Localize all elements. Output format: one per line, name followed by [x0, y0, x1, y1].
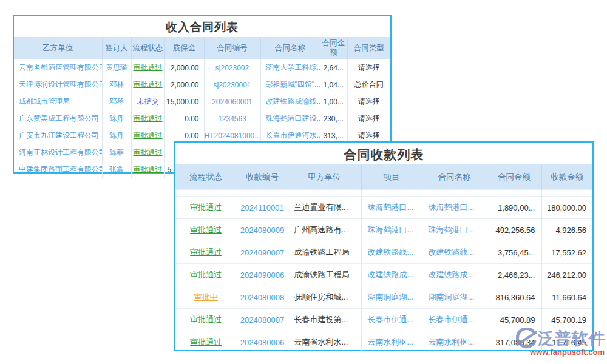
- cell-contract-name[interactable]: 珠海鹤港口...: [429, 203, 475, 212]
- brand-url: www.fanpusoft.com: [516, 348, 606, 357]
- cell-project[interactable]: 长春市伊通...: [368, 315, 414, 324]
- cell-party-b-unit[interactable]: 成都城市管理局: [19, 97, 70, 106]
- cell-warranty-deposit: 0.00: [185, 115, 198, 123]
- brand-name: 泛普软件: [538, 329, 606, 348]
- cell-process-status[interactable]: 审批通过: [134, 131, 163, 140]
- table-row[interactable]: 审批通过2024090006成渝铁路工程局改建铁路成...改建铁路成...2,4…: [175, 264, 592, 286]
- cell-signer[interactable]: 邓林: [109, 80, 124, 89]
- column-header: 甲方单位: [288, 164, 361, 190]
- cell-contract-number[interactable]: sj20230001: [213, 81, 251, 89]
- cell-process-status[interactable]: 未提交: [137, 97, 159, 106]
- cell-receipt-number[interactable]: 2024080008: [240, 293, 284, 302]
- cell-party-a-unit: 成渝铁路工程局: [294, 248, 350, 257]
- cell-process-status[interactable]: 审批通过: [190, 337, 222, 346]
- cell-contract-name[interactable]: 珠海鹤港口...: [429, 225, 475, 234]
- cell-process-status[interactable]: 审批通过: [134, 148, 163, 157]
- cell-warranty-deposit: 2,000.00: [171, 64, 199, 72]
- cell-receipt-number[interactable]: 2024080006: [240, 338, 284, 347]
- cell-process-status[interactable]: 审批通过: [134, 63, 163, 72]
- cell-process-status[interactable]: 审批通过: [190, 203, 222, 212]
- cell-signer[interactable]: 陈丹: [109, 114, 124, 123]
- cell-contract-name[interactable]: 改建铁路成渝线...: [266, 97, 320, 106]
- cell-contract-name[interactable]: 改建铁路线...: [429, 248, 475, 257]
- cell-project[interactable]: 改建铁路成...: [368, 270, 414, 279]
- cell-contract-amount: 2,64...: [324, 64, 344, 72]
- cell-party-b-unit[interactable]: 中建集团路面工程有限公司: [19, 165, 102, 174]
- column-header: 收款金额: [541, 164, 592, 190]
- cell-process-status[interactable]: 审批中: [194, 292, 218, 302]
- table-row[interactable]: 云南名都酒店管理有限公司黄思璐审批通过2,000.00sj2023002济南大学…: [14, 59, 390, 76]
- contract-receipt-list-window: 合同收款列表 流程状态收款编号甲方单位项目合同名称合同金额收款金额 审批通过20…: [174, 141, 594, 351]
- cell-process-status[interactable]: 审批通过: [190, 248, 222, 257]
- cell-process-status[interactable]: 审批通过: [134, 114, 163, 123]
- table-row[interactable]: 天津博润设计管理有限公司邓林审批通过2,000.00sj20230001彭祖新城…: [14, 76, 390, 93]
- cell-party-a-unit: 云南省水利水...: [294, 337, 348, 346]
- cell-contract-number[interactable]: 2024060001: [212, 98, 253, 106]
- cell-contract-name[interactable]: 长春市伊通河水...: [266, 131, 320, 140]
- cell-warranty-deposit: 0.00: [185, 132, 198, 140]
- cell-contract-number[interactable]: 1234563: [218, 115, 246, 123]
- cell-contract-amount: 2,466,23...: [498, 271, 535, 280]
- cell-contract-name[interactable]: 彭祖新城"四馆"...: [266, 80, 320, 89]
- cell-process-status[interactable]: 审批通过: [190, 225, 222, 234]
- cell-receipt-number[interactable]: 2024080007: [240, 315, 284, 325]
- cell-project[interactable]: 云南水利枢...: [368, 337, 414, 346]
- table-row[interactable]: 审批通过2024080009广州高速路有...珠海鹤港口...珠海鹤港口...4…: [175, 219, 592, 241]
- cell-contract-name[interactable]: 改建铁路成...: [429, 270, 475, 279]
- cell-project[interactable]: 珠海鹤港口...: [368, 225, 414, 234]
- cell-process-status[interactable]: 审批通过: [190, 270, 222, 279]
- cell-party-a-unit: 成渝铁路工程局: [294, 270, 350, 279]
- column-header: 合同名称: [260, 37, 320, 59]
- table-row[interactable]: 审批通过2024080007长春市建投第...长春市伊通...长春市伊通...4…: [175, 309, 592, 331]
- cell-party-b-unit[interactable]: 广东赞美成工程有限公司: [19, 114, 99, 123]
- table-row[interactable]: 审批通过2024110001兰迪置业有限...珠海鹤港口...珠海鹤港口...1…: [175, 197, 592, 219]
- cell-contract-type[interactable]: 请选择: [358, 97, 380, 106]
- column-header: 质保金: [164, 37, 204, 59]
- cell-party-b-unit[interactable]: 广安市九江建设工程公司: [19, 131, 99, 140]
- cell-contract-name[interactable]: 云南水利枢...: [429, 337, 475, 346]
- cell-contract-number[interactable]: HT2024081000...: [205, 132, 261, 140]
- cell-process-status[interactable]: 审批通过: [134, 80, 163, 89]
- cell-warranty-deposit: 5: [168, 166, 172, 174]
- cell-party-b-unit[interactable]: 天津博润设计管理有限公司: [19, 80, 102, 89]
- cell-contract-type[interactable]: 请选择: [358, 131, 380, 140]
- cell-contract-name[interactable]: 济南大学工科综...: [266, 63, 320, 72]
- cell-signer[interactable]: 张鑫: [109, 165, 124, 174]
- cell-receipt-number[interactable]: 2024090006: [240, 271, 284, 280]
- window-title: 收入合同列表: [14, 16, 390, 37]
- cell-warranty-deposit: 15,000.00: [166, 98, 198, 106]
- cell-signer[interactable]: 邓琴: [109, 97, 124, 106]
- cell-contract-type[interactable]: 总价合同: [354, 80, 384, 89]
- table-header-row: 乙方单位签订人流程状态质保金合同编号合同名称合同金额合同类型: [14, 37, 390, 59]
- cell-contract-number[interactable]: sj2023002: [215, 64, 249, 72]
- cell-contract-type[interactable]: 请选择: [358, 63, 380, 72]
- cell-project[interactable]: 改建铁路线...: [368, 248, 414, 257]
- cell-receipt-number[interactable]: 2024110001: [240, 203, 283, 212]
- table-row[interactable]: 审批中2024080008抚顺住房和城...湖南洞庭湖...湖南洞庭湖...81…: [175, 286, 592, 309]
- table-row[interactable]: 广东赞美成工程有限公司陈丹审批通过0.001234563珠海鹤港口建设...23…: [14, 110, 390, 127]
- window-title: 合同收款列表: [175, 143, 592, 164]
- cell-party-b-unit[interactable]: 河南正林设计工程有限公司: [19, 148, 102, 157]
- cell-receipt-number[interactable]: 2024080009: [240, 226, 284, 235]
- cell-process-status[interactable]: 审批通过: [134, 165, 163, 174]
- cell-process-status[interactable]: 审批通过: [190, 315, 222, 324]
- table-row[interactable]: 审批通过2024090007成渝铁路工程局改建铁路线...改建铁路线...3,7…: [175, 241, 592, 264]
- cell-contract-name[interactable]: 珠海鹤港口建设...: [266, 114, 320, 123]
- cell-contract-type[interactable]: 请选择: [358, 114, 380, 123]
- cell-project[interactable]: 湖南洞庭湖...: [368, 292, 414, 302]
- cell-project[interactable]: 珠海鹤港口...: [368, 203, 414, 212]
- cell-signer[interactable]: 陈丹: [109, 131, 124, 140]
- table-row[interactable]: 成都城市管理局邓琴未提交15,000.002024060001改建铁路成渝线..…: [14, 93, 390, 110]
- cell-contract-name[interactable]: 湖南洞庭湖...: [429, 292, 475, 302]
- column-header: 合同金额: [487, 164, 541, 190]
- column-header: 收款编号: [237, 164, 288, 190]
- cell-receipt-amount: 45,700.19: [551, 315, 586, 325]
- cell-party-b-unit[interactable]: 云南名都酒店管理有限公司: [19, 63, 102, 72]
- column-header: 流程状态: [175, 164, 237, 190]
- cell-contract-name[interactable]: 长春市伊通...: [429, 315, 475, 324]
- cell-signer[interactable]: 黄思璐: [106, 63, 127, 72]
- column-header: 合同名称: [422, 164, 487, 190]
- cell-contract-amount: 1,00...: [324, 98, 344, 106]
- cell-receipt-number[interactable]: 2024090007: [240, 248, 284, 257]
- cell-signer[interactable]: 陈菲: [109, 148, 124, 157]
